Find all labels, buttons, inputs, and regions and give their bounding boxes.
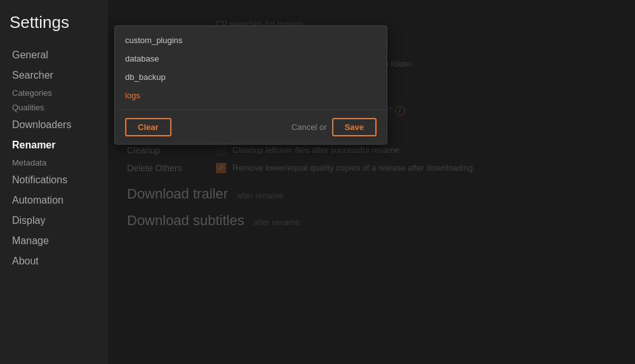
sidebar-item-about[interactable]: About (10, 252, 98, 270)
sidebar: Settings General Searcher Categories Qua… (0, 0, 108, 364)
sidebar-item-general[interactable]: General (10, 46, 98, 64)
dropdown-panel: custom_plugins database db_backup logs C… (114, 25, 387, 145)
dropdown-item-database[interactable]: database (115, 49, 387, 68)
app-title: Settings (10, 13, 98, 32)
dropdown-list: custom_plugins database db_backup logs (115, 26, 387, 110)
sidebar-item-downloaders[interactable]: Downloaders (10, 116, 98, 134)
sidebar-item-automation[interactable]: Automation (10, 192, 98, 209)
dropdown-item-db-backup[interactable]: db_backup (115, 68, 387, 86)
dropdown-item-custom-plugins[interactable]: custom_plugins (115, 31, 387, 49)
cancel-text: Cancel or (291, 122, 327, 132)
main-content: CP searches for movies. r where the movi… (108, 0, 635, 364)
sidebar-item-notifications[interactable]: Notifications (10, 171, 98, 189)
sidebar-item-metadata[interactable]: Metadata (10, 157, 98, 169)
footer-right: Cancel or Save (291, 118, 377, 136)
sidebar-item-searcher[interactable]: Searcher (10, 67, 98, 84)
dropdown-item-logs[interactable]: logs (115, 86, 387, 105)
sidebar-item-renamer[interactable]: Renamer (10, 136, 98, 154)
clear-button[interactable]: Clear (125, 118, 171, 136)
sidebar-item-display[interactable]: Display (10, 212, 98, 230)
sidebar-item-qualities[interactable]: Qualities (10, 101, 98, 114)
save-button[interactable]: Save (332, 118, 377, 136)
sidebar-item-categories[interactable]: Categories (10, 87, 98, 99)
sidebar-item-manage[interactable]: Manage (10, 232, 98, 250)
dropdown-footer: Clear Cancel or Save (115, 110, 387, 144)
